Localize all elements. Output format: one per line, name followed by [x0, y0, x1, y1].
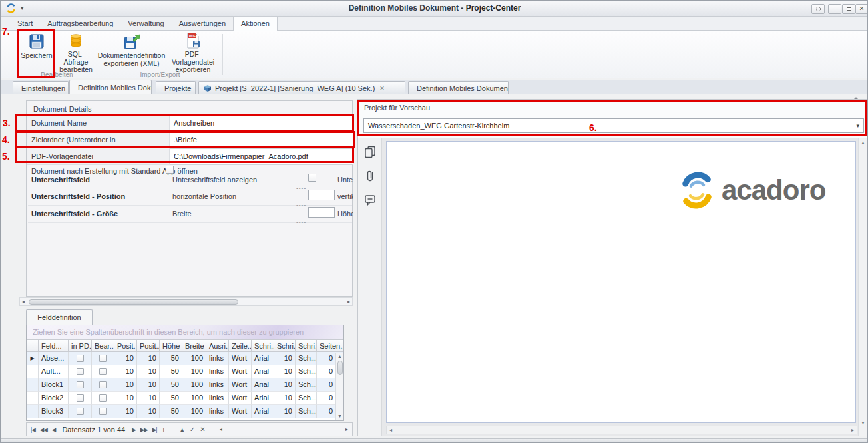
restore-button[interactable] [842, 4, 855, 14]
cell-ausrichtung[interactable]: links [206, 392, 229, 405]
doc-tab-projekt-s2022[interactable]: Projekt [S_2022-1] [Sanierung_WEG A] (10… [198, 81, 405, 94]
export-pdf-template-button[interactable]: PDF PDF-Vorlagendatei exportieren [166, 32, 220, 71]
cell-schriftgroesse[interactable]: 10 [274, 405, 296, 418]
row-splitter-handle[interactable]: •••••• [296, 187, 306, 189]
cell-ausrichtung[interactable]: links [206, 365, 229, 378]
cell-schriftart[interactable]: Arial [252, 365, 274, 378]
cell-posy[interactable]: 10 [137, 392, 160, 405]
table-row[interactable]: Auft... 10 10 50 100 links Wort Arial 10… [27, 365, 343, 378]
cell-feld[interactable]: Auft... [39, 365, 69, 378]
nav-first-button[interactable]: |◀ [31, 426, 35, 433]
pdf-page[interactable]: acadoro [386, 141, 856, 423]
cell-schriftfarbe[interactable]: Sch... [296, 352, 317, 365]
cell-posx[interactable]: 10 [114, 352, 137, 365]
cell-bearbeiten[interactable] [92, 365, 114, 378]
grid-header[interactable]: Schri... [274, 339, 296, 352]
preview-vertical-scrollbar[interactable]: ▲ ▼ [858, 138, 867, 436]
cell-posy[interactable]: 10 [137, 365, 160, 378]
group-by-area[interactable]: Ziehen Sie eine Spaltenüberschrift in di… [27, 325, 343, 339]
scroll-down-icon[interactable]: ▼ [861, 420, 865, 426]
table-row[interactable]: Block3 10 10 50 100 links Wort Arial 10 … [27, 405, 343, 418]
grid-header[interactable]: Posit... [114, 339, 137, 352]
horizontale-position-input[interactable] [308, 190, 335, 200]
scrollbar-thumb[interactable] [337, 361, 343, 375]
grid-header[interactable]: Breite [182, 339, 206, 352]
cell-feld[interactable]: Abse... [39, 352, 69, 365]
style-selector-button[interactable] [811, 4, 825, 14]
scroll-down-icon[interactable]: ▼ [337, 413, 342, 420]
project-preview-dropdown[interactable]: Wasserschaden_WEG Gartenstr-Kirchheim ▾ [363, 118, 864, 133]
cell-bearbeiten[interactable] [92, 352, 114, 365]
form-horizontal-scrollbar[interactable]: ◂ ▸ [19, 297, 353, 306]
cell-schriftgroesse[interactable]: 10 [274, 378, 296, 392]
nav-post-button[interactable]: ✓ [190, 426, 195, 433]
grid-header[interactable]: Ausri... [206, 339, 229, 352]
cell-posx[interactable]: 10 [114, 392, 137, 405]
cell-breite[interactable]: 100 [182, 405, 206, 418]
cell-posy[interactable]: 10 [137, 378, 160, 392]
grid-header[interactable]: Zeile... [229, 339, 252, 352]
cell-schriftart[interactable]: Arial [252, 352, 274, 365]
grid-header[interactable]: Bear... [92, 339, 114, 352]
cell-inpdf[interactable] [69, 365, 92, 378]
nav-edit-button[interactable]: ▲ [179, 426, 184, 433]
cell-breite[interactable]: 100 [182, 392, 206, 405]
cell-breite[interactable]: 100 [182, 365, 206, 378]
nav-append-button[interactable]: + [162, 426, 166, 434]
scroll-left-icon[interactable]: ◂ [389, 427, 392, 434]
doc-tab-definition-mobiles-dokument[interactable]: Definition Mobiles Dokument ✕ [69, 80, 152, 94]
cell-schriftfarbe[interactable]: Sch... [296, 378, 317, 392]
grid-header[interactable]: Schri... [296, 339, 317, 352]
doc-tab-einstellungen[interactable]: Einstellungen ✕ [13, 81, 69, 94]
scroll-up-icon[interactable]: ▲ [337, 353, 342, 360]
ribbon-tab-verwaltung[interactable]: Verwaltung [120, 17, 171, 30]
cell-schriftart[interactable]: Arial [252, 392, 274, 405]
doc-tab-projekte[interactable]: Projekte ✕ [156, 81, 196, 94]
ribbon-tab-aktionen[interactable]: Aktionen [233, 17, 278, 31]
cell-ausrichtung[interactable]: links [206, 378, 229, 392]
nav-delete-button[interactable]: − [170, 426, 174, 434]
cell-schriftgroesse[interactable]: 10 [274, 352, 296, 365]
nav-next-page-button[interactable]: ▶▶ [140, 426, 148, 433]
cell-schriftgroesse[interactable]: 10 [274, 365, 296, 378]
save-button[interactable]: Speichern [19, 32, 55, 71]
close-button[interactable]: ✕ [855, 4, 868, 14]
cell-schriftfarbe[interactable]: Sch... [296, 405, 317, 418]
tab-close-icon[interactable]: ✕ [379, 85, 385, 92]
nav-last-button[interactable]: ▶| [152, 426, 157, 433]
cell-hoehe[interactable]: 50 [160, 378, 182, 392]
cell-inpdf[interactable] [69, 378, 92, 392]
cell-zeile[interactable]: Wort [229, 365, 252, 378]
cell-hoehe[interactable]: 50 [160, 405, 182, 418]
cell-posx[interactable]: 10 [114, 365, 137, 378]
sql-query-edit-button[interactable]: SQL-Abfrage bearbeiten [57, 32, 95, 71]
preview-horizontal-scrollbar[interactable]: ◂ ▸ [386, 426, 857, 434]
cell-schriftart[interactable]: Arial [252, 405, 274, 418]
open-with-app-checkbox[interactable] [166, 166, 174, 174]
cell-schriftgroesse[interactable]: 10 [274, 392, 296, 405]
cell-zeile[interactable]: Wort [229, 392, 252, 405]
ribbon-tab-auftragsbearbeitung[interactable]: Auftragsbearbeitung [40, 17, 120, 30]
cell-inpdf[interactable] [69, 392, 92, 405]
cell-schriftfarbe[interactable]: Sch... [296, 365, 317, 378]
row-splitter-handle[interactable]: •••••• [296, 222, 306, 223]
grid-header[interactable]: Seiten... [317, 339, 343, 352]
cell-zeile[interactable]: Wort [229, 352, 252, 365]
cell-ausrichtung[interactable]: links [206, 352, 229, 365]
table-row[interactable]: ▶ Abse... 10 10 50 100 links Wort Arial … [27, 352, 343, 365]
cell-feld[interactable]: Block3 [39, 405, 69, 418]
comments-icon[interactable] [363, 193, 377, 208]
cell-posy[interactable]: 10 [137, 405, 160, 418]
grid-hscroll-left-icon[interactable]: ◂ [220, 426, 222, 432]
cell-hoehe[interactable]: 50 [160, 352, 182, 365]
cell-posx[interactable]: 10 [114, 378, 137, 392]
cell-posx[interactable]: 10 [114, 405, 137, 418]
row-splitter-handle[interactable]: •••••• [296, 204, 306, 206]
zielordner-input[interactable]: .\Briefe [170, 132, 353, 148]
cell-zeile[interactable]: Wort [229, 378, 252, 392]
unterschriftsfeld-anzeigen-checkbox[interactable] [308, 174, 316, 182]
scroll-up-icon[interactable]: ▲ [861, 140, 865, 146]
nav-prev-button[interactable]: ◀ [52, 426, 56, 433]
cell-bearbeiten[interactable] [92, 405, 114, 418]
export-document-definition-button[interactable]: Dokumentendefinition exportieren (XML) [99, 32, 164, 71]
